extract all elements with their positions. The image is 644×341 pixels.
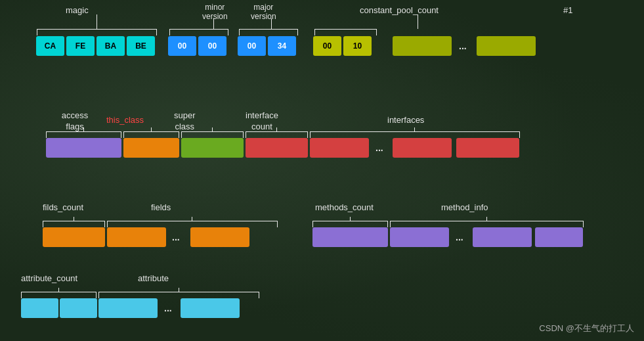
label-this-class: this_class: [106, 115, 144, 125]
conn-if-vm: [414, 127, 415, 131]
conn-fc-vm: [74, 217, 74, 221]
conn-mi-vm: [486, 217, 487, 221]
connector-minor-vr: [228, 29, 228, 35]
block-34-major2: 34: [268, 36, 296, 56]
conn-sc-h: [181, 131, 244, 132]
label-attribute-count: attribute_count: [21, 273, 77, 283]
conn-ic-h: [246, 131, 308, 132]
label-hash1: #1: [563, 5, 572, 15]
block-fields-count: [43, 227, 105, 247]
conn-att-vr: [259, 292, 259, 298]
block-access-flags: [46, 138, 121, 158]
conn-fc-h: [43, 221, 105, 221]
block-super-class: [181, 138, 244, 158]
label-super-class: superclass: [174, 110, 196, 133]
conn-fields-h: [107, 221, 278, 221]
block-methods-count: [312, 227, 388, 247]
connector-minor-vl: [169, 29, 170, 35]
block-10-cp2: 10: [343, 36, 372, 56]
block-method-info-1: [390, 227, 449, 247]
conn-tc-vl: [123, 131, 124, 138]
conn-fc-vl: [43, 221, 43, 227]
label-constant-pool-count: constant_pool_count: [360, 5, 439, 15]
conn-if-h: [310, 131, 520, 132]
conn-fields-vm: [192, 217, 192, 221]
connector-minor-vm: [213, 18, 214, 29]
conn-ic-vl: [246, 131, 246, 138]
block-attribute-count-2: [60, 298, 97, 318]
label-minor-version: minorversion: [202, 3, 228, 21]
block-this-class: [123, 138, 179, 158]
label-interface-count: interfacecount: [246, 110, 278, 133]
conn-ac-vr: [96, 292, 97, 298]
block-ba: BA: [97, 36, 125, 56]
connector-magic-vm: [97, 14, 97, 29]
label-access-flags: accessflags: [45, 110, 104, 133]
dots-row3-fields: ...: [169, 232, 182, 242]
watermark: CSDN @不生气的打工人: [539, 323, 634, 334]
dots-row1: ...: [456, 41, 469, 51]
conn-tc-h: [123, 131, 179, 132]
conn-mi-h: [390, 221, 584, 221]
dots-row2-interfaces: ...: [373, 143, 386, 153]
connector-major-vm: [271, 18, 272, 29]
block-fields-2: [190, 227, 249, 247]
label-attribute: attribute: [138, 273, 169, 283]
conn-mi-vl: [390, 221, 391, 227]
conn-ac-vl: [21, 292, 22, 298]
connector-major-vl: [239, 29, 240, 35]
connector-major-vr: [297, 29, 298, 35]
conn-ac-vm: [58, 288, 59, 292]
label-fields: fields: [151, 202, 171, 212]
conn-sc-vr: [243, 131, 244, 138]
label-magic: magic: [66, 5, 89, 15]
conn-att-h: [98, 292, 259, 292]
conn-mc-h: [312, 221, 388, 221]
label-interfaces: interfaces: [387, 115, 424, 125]
block-method-info-2: [473, 227, 532, 247]
block-00-cp1: 00: [313, 36, 341, 56]
conn-mi-vr: [583, 221, 584, 227]
conn-af-vl: [46, 131, 47, 138]
connector-magic-vr: [156, 29, 157, 35]
dots-row3-methods: ...: [453, 232, 466, 242]
conn-fields-vl: [107, 221, 108, 227]
connector-major-h: [239, 29, 298, 30]
label-fields-count: filds_count: [43, 202, 83, 212]
block-fields-1: [107, 227, 166, 247]
block-method-info-3: [535, 227, 583, 247]
block-ca: CA: [36, 36, 64, 56]
block-attribute-1: [98, 298, 158, 318]
connector-magic-vl: [37, 29, 37, 35]
block-be: BE: [127, 36, 155, 56]
block-attribute-2: [181, 298, 240, 318]
conn-ic-vr: [307, 131, 308, 138]
block-00-minor1: 00: [168, 36, 196, 56]
label-methods-count: methods_count: [315, 202, 374, 212]
connector-cpc-vr: [376, 29, 377, 35]
block-attribute-count-1: [21, 298, 58, 318]
connector-cpc-h: [314, 29, 377, 30]
block-interfaces-2: [393, 138, 452, 158]
conn-if-vl: [310, 131, 311, 138]
block-interface-count: [246, 138, 308, 158]
conn-mc-vr: [387, 221, 388, 227]
conn-af-vm: [83, 127, 84, 131]
conn-att-vl: [98, 292, 99, 298]
block-interfaces-3: [456, 138, 519, 158]
connector-magic-h: [37, 29, 157, 30]
connector-minor-h: [169, 29, 228, 30]
label-method-info: method_info: [441, 202, 488, 212]
block-cp-more1: [393, 36, 452, 56]
conn-sc-vm: [212, 127, 213, 131]
conn-fields-vr: [277, 221, 278, 227]
conn-mc-vm: [350, 217, 351, 221]
conn-if-vr: [519, 131, 520, 138]
connector-cpc-vm: [418, 14, 418, 29]
dots-row4-attribute: ...: [161, 303, 175, 313]
connector-cpc-vl: [314, 29, 315, 35]
conn-sc-vl: [181, 131, 182, 138]
conn-tc-vr: [179, 131, 179, 138]
block-00-minor2: 00: [198, 36, 226, 56]
conn-tc-vm: [151, 127, 152, 131]
